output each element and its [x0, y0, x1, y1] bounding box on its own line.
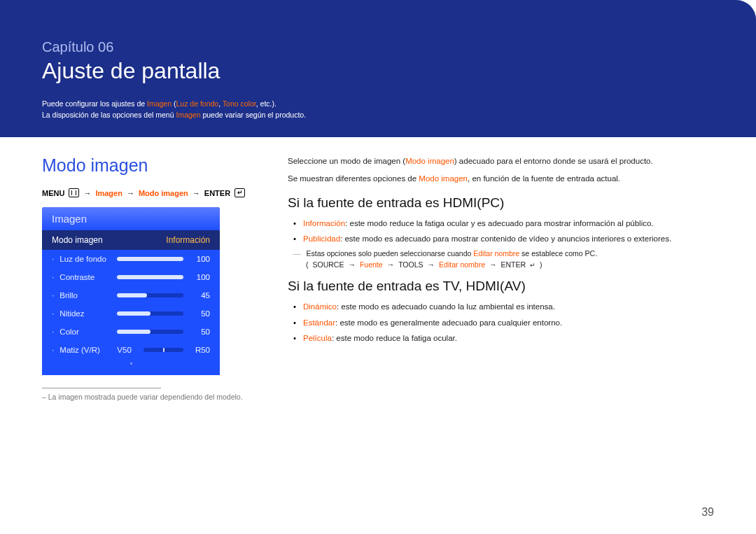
chapter-label: Capítulo 06: [42, 39, 714, 55]
list-item: Película: este modo reduce la fatiga ocu…: [303, 332, 714, 344]
osd-row-value: 50: [189, 309, 210, 318]
osd-row[interactable]: ·Nitidez50: [42, 304, 220, 323]
breadcrumb: MENU → Imagen → Modo imagen → ENTER: [42, 188, 255, 197]
osd-row-value: 100: [189, 273, 210, 281]
intro-line-2: La disposición de las opciones del menú …: [42, 111, 714, 119]
list-item: Publicidad: este modo es adecuado para m…: [303, 233, 714, 245]
list-item: Información: este modo reduce la fatiga …: [303, 218, 714, 230]
note-line: ― Estas opciones solo pueden seleccionar…: [288, 249, 714, 258]
page-number: 39: [701, 506, 714, 519]
breadcrumb-menu: MENU: [42, 189, 64, 197]
breadcrumb-imagen: Imagen: [95, 189, 122, 197]
desc-line-1: Seleccione un modo de imagen (Modo image…: [288, 155, 714, 167]
osd-row-label: Brillo: [59, 291, 111, 300]
osd-matiz-r: R50: [189, 346, 210, 354]
osd-row[interactable]: ·Luz de fondo100: [42, 250, 220, 268]
menu-icon: [69, 188, 79, 197]
osd-selected-value: Información: [166, 235, 210, 245]
osd-row-value: 50: [189, 328, 210, 336]
breadcrumb-enter: ENTER: [204, 189, 230, 197]
osd-row-matiz[interactable]: · Matiz (V/R) V50 R50: [42, 341, 220, 359]
section-title: Modo imagen: [42, 155, 255, 176]
osd-row-value: 45: [189, 291, 210, 300]
chapter-title: Ajuste de pantalla: [42, 58, 714, 84]
osd-row[interactable]: ·Contraste100: [42, 268, 220, 286]
breadcrumb-modo: Modo imagen: [139, 189, 188, 197]
intro-line-1: Puede configurar los ajustes de Imagen (…: [42, 99, 714, 108]
subheading-hdmi-av: Si la fuente de entrada es TV, HDMI(AV): [288, 279, 714, 294]
osd-selected-row[interactable]: Modo imagen Información: [42, 230, 220, 250]
osd-panel: Imagen Modo imagen Información ·Luz de f…: [42, 207, 220, 375]
osd-row-label: Contraste: [59, 273, 111, 281]
osd-row[interactable]: ·Color50: [42, 323, 220, 341]
list-item: Estándar: este modo es generalmente adec…: [303, 317, 714, 329]
osd-row-value: 100: [189, 255, 210, 263]
list-item: Dinámico: este modo es adecuado cuando l…: [303, 301, 714, 313]
osd-row-label: Luz de fondo: [59, 255, 111, 263]
osd-selected-label: Modo imagen: [52, 235, 103, 245]
chevron-down-icon[interactable]: ˅: [42, 359, 220, 375]
osd-matiz-v: V50: [117, 346, 138, 354]
osd-row-label: Nitidez: [59, 309, 111, 318]
chapter-banner: Capítulo 06 Ajuste de pantalla Puede con…: [0, 0, 756, 137]
subheading-hdmi-pc: Si la fuente de entrada es HDMI(PC): [288, 195, 714, 211]
osd-row[interactable]: ·Brillo45: [42, 286, 220, 304]
enter-icon: [530, 260, 536, 269]
divider: [42, 388, 161, 388]
desc-line-2: Se muestran diferentes opciones de Modo …: [288, 173, 714, 185]
footnote: – La imagen mostrada puede variar depend…: [42, 393, 255, 401]
path-line: ( SOURCE → Fuente → TOOLS → Editar nombr…: [288, 260, 714, 269]
osd-row-label: Color: [59, 328, 111, 336]
osd-matiz-label: Matiz (V/R): [59, 346, 111, 354]
enter-icon: [234, 188, 245, 197]
osd-title: Imagen: [42, 207, 220, 230]
